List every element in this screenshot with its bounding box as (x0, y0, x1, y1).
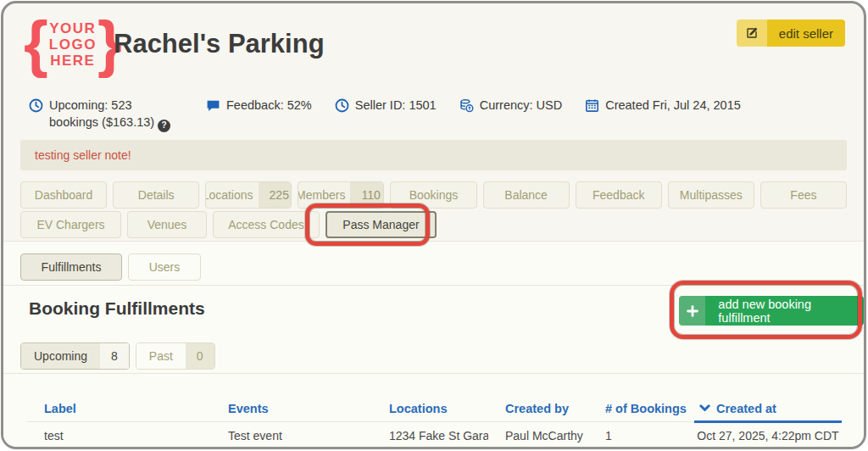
locations-count-badge: 225 (259, 182, 292, 208)
tab-access-codes[interactable]: Access Codes (213, 211, 320, 238)
divider (3, 285, 864, 286)
info-seller-id: Seller ID: 1501 (335, 97, 437, 114)
col-created-at[interactable]: Created at (694, 402, 842, 415)
upcoming-count-badge: 8 (100, 343, 129, 369)
info-currency: Currency: USD (459, 97, 563, 114)
tab-details[interactable]: Details (113, 181, 199, 209)
col-created-by[interactable]: Created by (488, 402, 588, 415)
tab-feedback[interactable]: Feedback (576, 181, 662, 209)
tab-pass-manager[interactable]: Pass Manager (326, 211, 437, 238)
fulfillments-table: Label Events Locations Created by # of B… (27, 395, 842, 448)
tab-members[interactable]: Members110 (298, 181, 384, 209)
edit-seller-button[interactable]: edit seller (737, 19, 845, 47)
tab-balance[interactable]: Balance (483, 181, 570, 209)
main-tabs-row-1: Dashboard Details Locations225 Members11… (20, 181, 847, 209)
logo-words: YOUR LOGO HERE (49, 20, 97, 69)
seller-page: { YOUR LOGO HERE } Rachel's Parking edit… (1, 1, 866, 449)
chevron-down-icon (699, 404, 710, 412)
section-heading: Booking Fulfillments (29, 298, 205, 319)
cell-created-by: Paul McCarthy (488, 429, 588, 443)
tab-multipasses[interactable]: Multipasses (668, 181, 754, 209)
info-upcoming-text: Upcoming: 523 bookings ($163.13)? (49, 97, 183, 132)
cell-events: Test event (211, 429, 372, 443)
cell-label: test (27, 429, 211, 443)
seller-note-banner: testing seller note! (20, 140, 847, 170)
tab-dashboard[interactable]: Dashboard (20, 181, 107, 209)
info-feedback: Feedback: 52% (206, 97, 312, 114)
members-count-badge: 110 (350, 182, 384, 208)
filter-upcoming[interactable]: Upcoming 8 (20, 342, 130, 370)
clock-icon (335, 98, 349, 113)
info-created: Created Fri, Jul 24, 2015 (585, 97, 741, 114)
table-row[interactable]: test Test event 1234 Fake St Garage Paul… (27, 422, 842, 448)
help-icon[interactable]: ? (158, 120, 170, 132)
your-logo-here-placeholder: { YOUR LOGO HERE } (24, 8, 122, 80)
tab-fees[interactable]: Fees (760, 181, 847, 209)
info-upcoming: Upcoming: 523 bookings ($163.13)? (29, 97, 183, 132)
tab-venues[interactable]: Venues (127, 211, 207, 238)
past-count-badge: 0 (186, 343, 214, 369)
edit-seller-label: edit seller (767, 19, 845, 47)
comment-icon (206, 98, 220, 113)
filter-past[interactable]: Past 0 (136, 342, 215, 370)
divider (3, 373, 864, 374)
clock-icon (29, 98, 43, 113)
calendar-icon (585, 98, 599, 113)
subtab-users[interactable]: Users (128, 253, 201, 281)
cell-num-bookings: 1 (588, 429, 694, 443)
tab-bookings[interactable]: Bookings (390, 181, 476, 209)
page-title: Rachel's Parking (114, 29, 325, 59)
main-tabs-row-2: EV Chargers Venues Access Codes Pass Man… (20, 211, 437, 238)
plus-icon (679, 296, 705, 326)
logo-left-brace: { (24, 8, 48, 80)
table-header: Label Events Locations Created by # of B… (27, 395, 842, 422)
coins-icon (459, 98, 474, 113)
subtab-fulfillments[interactable]: Fulfillments (20, 253, 122, 281)
pass-manager-subtabs: Fulfillments Users (20, 253, 201, 281)
sorted-column-indicator (694, 420, 842, 423)
tab-ev-chargers[interactable]: EV Chargers (20, 211, 121, 238)
col-events[interactable]: Events (211, 402, 372, 415)
cell-locations: 1234 Fake St Garage (372, 429, 488, 443)
fulfillment-filters: Upcoming 8 Past 0 (20, 342, 215, 370)
add-button-label: add new booking fulfillment (705, 296, 864, 326)
cell-created-at: Oct 27, 2025, 4:22pm CDT (694, 429, 842, 443)
col-locations[interactable]: Locations (372, 402, 488, 415)
col-num-bookings[interactable]: # of Bookings (588, 402, 694, 415)
tab-locations[interactable]: Locations225 (205, 181, 292, 209)
add-booking-fulfillment-button[interactable]: add new booking fulfillment (679, 296, 864, 326)
col-label[interactable]: Label (27, 402, 211, 415)
seller-info-bar: Upcoming: 523 bookings ($163.13)? Feedba… (29, 97, 843, 132)
edit-pencil-icon (737, 19, 767, 47)
